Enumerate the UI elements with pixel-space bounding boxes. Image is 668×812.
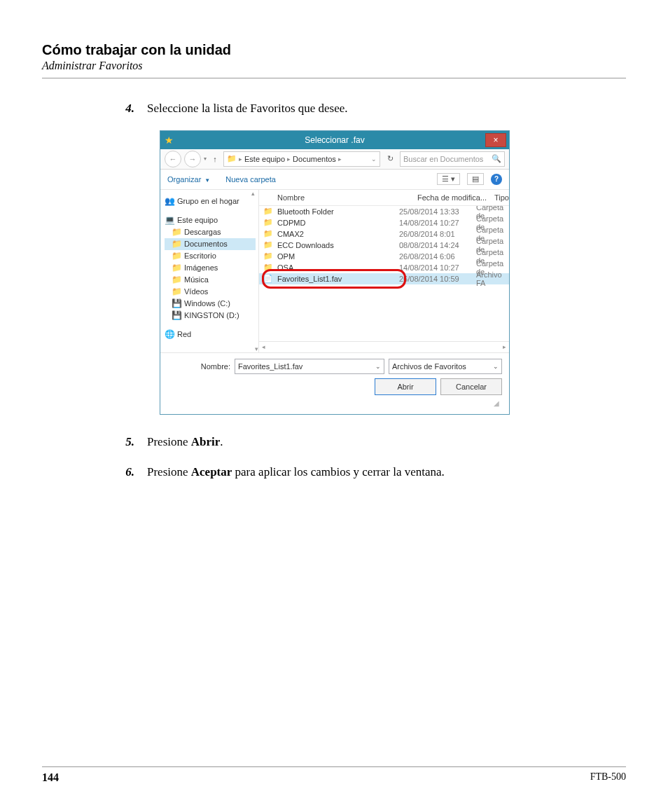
breadcrumb-dropdown-icon[interactable]: ⌄ bbox=[371, 156, 377, 163]
cancel-button[interactable]: Cancelar bbox=[440, 378, 502, 395]
file-row[interactable]: 📁CMAX226/08/2014 8:01Carpeta de bbox=[259, 228, 509, 240]
close-icon: × bbox=[493, 136, 498, 144]
chevron-right-icon: ▸ bbox=[338, 156, 342, 163]
folder-icon: 📁 bbox=[259, 207, 277, 216]
organize-menu[interactable]: Organizar ▼ bbox=[167, 175, 210, 184]
chevron-down-icon: ⌄ bbox=[375, 363, 381, 370]
up-button[interactable]: ↑ bbox=[209, 155, 221, 163]
titlebar[interactable]: ★ Seleccionar .fav × bbox=[160, 131, 509, 149]
tree-item-network[interactable]: 🌐Red bbox=[165, 329, 256, 340]
column-date[interactable]: Fecha de modifica... bbox=[417, 193, 494, 202]
file-row[interactable]: 📁CDPMD14/08/2014 10:27Carpeta de bbox=[259, 217, 509, 228]
tree-item-thispc[interactable]: 💻Este equipo bbox=[165, 214, 256, 226]
filetype-select[interactable]: Archivos de Favoritos ⌄ bbox=[389, 359, 502, 374]
help-icon: ? bbox=[494, 175, 499, 183]
tree-item-videos[interactable]: 📁Vídeos bbox=[165, 286, 256, 298]
breadcrumb[interactable]: 📁 ▸ Este equipo ▸ Documentos ▸ ⌄ bbox=[223, 151, 380, 167]
tree-item-desktop[interactable]: 📁Escritorio bbox=[165, 250, 256, 262]
step-text: Presione Aceptar para aplicar los cambio… bbox=[147, 463, 626, 481]
tree-item-ddrive[interactable]: 💾KINGSTON (D:) bbox=[165, 310, 256, 322]
nav-tree[interactable]: ▴ 👥Grupo en el hogar 💻Este equipo 📁Desca… bbox=[160, 190, 259, 352]
folder-icon: 📁 bbox=[172, 240, 181, 248]
network-icon: 🌐 bbox=[165, 330, 174, 338]
step-text: Seleccione la lista de Favoritos que des… bbox=[147, 99, 626, 118]
chevron-right-icon: ▸ bbox=[239, 156, 242, 163]
file-name: OPM bbox=[277, 252, 399, 261]
file-rows: 📁Bluetooth Folder25/08/2014 13:33Carpeta… bbox=[259, 206, 509, 341]
file-row[interactable]: 📄Favorites_List1.fav26/08/2014 10:59Arch… bbox=[259, 273, 509, 284]
forward-button[interactable]: → bbox=[184, 151, 201, 167]
file-name: Favorites_List1.fav bbox=[277, 275, 399, 283]
nav-bar: ← → ▾ ↑ 📁 ▸ Este equipo ▸ Documentos ▸ ⌄… bbox=[160, 149, 509, 170]
file-name: CDPMD bbox=[277, 219, 399, 227]
view-mode-button[interactable]: ☰ ▾ bbox=[437, 173, 460, 185]
folder-icon: 📁 bbox=[259, 263, 277, 272]
filetype-value: Archivos de Favoritos bbox=[392, 362, 466, 371]
page-footer: 144 FTB-500 bbox=[42, 766, 626, 784]
folder-icon: 📁 bbox=[172, 252, 181, 260]
pc-icon: 💻 bbox=[165, 216, 174, 224]
tree-scrollbar[interactable]: ▴ bbox=[248, 190, 258, 197]
refresh-button[interactable]: ↻ bbox=[383, 154, 397, 163]
section-divider bbox=[42, 78, 626, 78]
folder-icon: 📁 bbox=[172, 263, 181, 272]
file-row[interactable]: 📁ECC Downloads08/08/2014 14:24Carpeta de bbox=[259, 240, 509, 251]
file-row[interactable]: 📁Bluetooth Folder25/08/2014 13:33Carpeta… bbox=[259, 206, 509, 217]
breadcrumb-item[interactable]: Documentos bbox=[293, 155, 336, 163]
breadcrumb-item[interactable]: Este equipo bbox=[244, 155, 285, 163]
column-type[interactable]: Tipo bbox=[494, 193, 509, 202]
file-name: Bluetooth Folder bbox=[277, 207, 399, 216]
section-title: Cómo trabajar con la unidad bbox=[42, 42, 626, 58]
tree-item-documents[interactable]: 📁Documentos bbox=[165, 238, 256, 250]
tree-item-music[interactable]: 📁Música bbox=[165, 274, 256, 286]
horizontal-scrollbar[interactable]: ◂ ▸ bbox=[259, 341, 509, 352]
preview-pane-icon: ▤ bbox=[472, 174, 479, 184]
recent-dropdown-icon[interactable]: ▾ bbox=[204, 156, 207, 162]
file-date: 26/08/2014 8:01 bbox=[399, 230, 476, 238]
folder-icon: 📁 bbox=[172, 275, 181, 284]
folder-icon: 📁 bbox=[259, 229, 277, 238]
file-row[interactable]: 📁OPM26/08/2014 6:06Carpeta de bbox=[259, 251, 509, 262]
dialog-title: Seleccionar .fav bbox=[160, 135, 509, 145]
file-list-pane: Nombre Fecha de modifica... Tipo 📁Blueto… bbox=[259, 190, 509, 352]
chevron-down-icon: ⌄ bbox=[493, 363, 499, 370]
file-date: 26/08/2014 10:59 bbox=[399, 275, 476, 283]
tree-item-cdrive[interactable]: 💾Windows (C:) bbox=[165, 298, 256, 310]
tree-item-pictures[interactable]: 📁Imágenes bbox=[165, 262, 256, 274]
tree-item-homegroup[interactable]: 👥Grupo en el hogar bbox=[165, 195, 256, 207]
filename-value: Favorites_List1.fav bbox=[238, 362, 302, 371]
chevron-down-icon: ▾ bbox=[451, 174, 455, 184]
column-headers[interactable]: Nombre Fecha de modifica... Tipo bbox=[259, 190, 509, 206]
scroll-up-icon: ▴ bbox=[251, 190, 255, 197]
dialog-footer: Nombre: Favorites_List1.fav ⌄ Archivos d… bbox=[160, 352, 509, 414]
scroll-right-icon: ▸ bbox=[503, 343, 506, 350]
folder-icon: 📁 bbox=[259, 252, 277, 261]
step-5: 5. Presione Abrir. bbox=[42, 433, 626, 451]
help-button[interactable]: ? bbox=[491, 174, 502, 185]
tree-item-downloads[interactable]: 📁Descargas bbox=[165, 226, 256, 238]
file-date: 08/08/2014 14:24 bbox=[399, 241, 476, 249]
file-type: Archivo FA bbox=[476, 270, 509, 287]
close-button[interactable]: × bbox=[485, 133, 506, 147]
file-name: CMAX2 bbox=[277, 230, 399, 238]
resize-grip-icon[interactable]: ◢ bbox=[167, 399, 502, 407]
homegroup-icon: 👥 bbox=[165, 197, 174, 205]
column-name[interactable]: Nombre bbox=[259, 193, 417, 202]
preview-pane-button[interactable]: ▤ bbox=[467, 173, 484, 185]
step-text: Presione Abrir. bbox=[147, 433, 626, 451]
favorites-star-icon: ★ bbox=[165, 135, 174, 146]
file-icon: 📄 bbox=[259, 274, 277, 283]
back-button[interactable]: ← bbox=[165, 151, 181, 167]
step-number: 5. bbox=[42, 433, 147, 451]
arrow-left-icon: ← bbox=[169, 155, 177, 163]
section-subtitle: Administrar Favoritos bbox=[42, 60, 626, 72]
folder-icon: 📁 bbox=[227, 154, 237, 163]
open-button[interactable]: Abrir bbox=[375, 378, 436, 395]
page-number: 144 bbox=[42, 771, 59, 784]
refresh-icon: ↻ bbox=[387, 154, 394, 163]
new-folder-button[interactable]: Nueva carpeta bbox=[225, 175, 276, 184]
filename-input[interactable]: Favorites_List1.fav ⌄ bbox=[235, 359, 384, 374]
search-input[interactable]: Buscar en Documentos 🔍 bbox=[400, 151, 505, 167]
scroll-down-icon[interactable]: ▾ bbox=[255, 345, 258, 352]
file-row[interactable]: 📁OSA14/08/2014 10:27Carpeta de bbox=[259, 262, 509, 273]
